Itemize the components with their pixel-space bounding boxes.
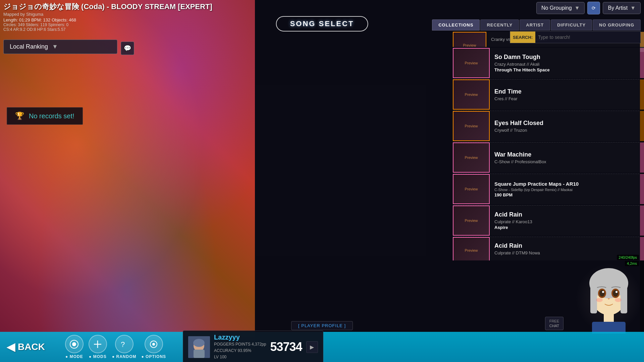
song-info-right: So Damn Tough Crazy Astronaut // Akali T…: [490, 48, 640, 78]
svg-point-11: [615, 298, 622, 302]
tab-collections[interactable]: COLLECTIONS: [432, 19, 480, 31]
tab-difficulty[interactable]: DIFFICULTY: [551, 19, 592, 31]
song-preview-thumbnail: Preview: [453, 48, 490, 78]
trophy-icon: 🏆: [15, 112, 24, 120]
chevron-down-icon: ▼: [575, 5, 580, 11]
accuracy-value: 93.95%: [238, 348, 252, 353]
sliders: Sliders: 119: [26, 22, 47, 27]
list-item[interactable]: Preview Eyes Half Closed Crywolf // Truz…: [453, 111, 644, 141]
svg-point-10: [596, 298, 603, 302]
tab-artist[interactable]: ARTIST: [520, 19, 550, 31]
by-artist-dropdown[interactable]: By Artist ▼: [603, 2, 641, 14]
anime-svg: [579, 266, 639, 334]
song-title: ジョジョの奇妙な冒険 (Coda) - BLOODY STREAM [EXPER…: [3, 2, 212, 12]
list-item[interactable]: Preview Square Jump Practice Maps - AR10…: [453, 174, 644, 204]
list-item[interactable]: Preview War Machine C-Show // Profession…: [453, 142, 644, 173]
song-preview-thumbnail: Preview: [453, 142, 490, 173]
mode-button[interactable]: ● MODE: [65, 335, 84, 359]
random-button[interactable]: ? ● RANDOM: [112, 335, 137, 359]
song-details: Length: 01:29 BPM: 132 Objects: 468: [3, 17, 212, 22]
song-info-panel: ジョジョの奇妙な冒険 (Coda) - BLOODY STREAM [EXPER…: [3, 2, 212, 32]
back-label: BACK: [18, 342, 45, 352]
ar-stat: AR:9.2: [13, 27, 25, 32]
player-avatar: [188, 336, 210, 358]
no-grouping-label: No Grouping: [541, 5, 572, 11]
options-label: ● OPTIONS: [141, 354, 166, 359]
song-meta: Crazy Astronaut // Akali: [494, 62, 635, 67]
svg-point-9: [615, 291, 618, 293]
song-meta: C-Show // ProfessionalBox: [494, 159, 635, 164]
chat-icon: 💬: [124, 45, 131, 52]
song-preview-thumbnail: Preview: [453, 111, 490, 141]
no-records-text: No records set!: [29, 112, 74, 120]
list-item[interactable]: Preview End Time Cres // Fear: [453, 79, 644, 110]
chat-button[interactable]: 💬: [121, 42, 134, 55]
player-profile-button[interactable]: [ PLAYER PROFILE ]: [291, 321, 353, 330]
objects: Objects: 468: [52, 17, 76, 22]
stars-stat: Stars:5.57: [47, 27, 66, 32]
local-ranking-label: Local Ranking: [10, 43, 48, 50]
svg-rect-24: [194, 350, 205, 358]
player-score-toggle[interactable]: ▶: [306, 341, 318, 353]
list-item[interactable]: Preview So Damn Tough Crazy Astronaut //…: [453, 48, 644, 78]
song-extra: 190 BPM: [494, 192, 635, 197]
chevron-down-icon-3: ▼: [52, 43, 58, 50]
mapped-by: Mapped by Shiguma: [3, 12, 212, 17]
song-preview-thumbnail: Preview: [453, 237, 490, 260]
song-preview-thumbnail: Preview: [453, 79, 490, 110]
mode-label: ● MODE: [65, 354, 83, 359]
fps-display: 240/240fps: [617, 255, 639, 260]
fps-value: 240: [619, 255, 625, 259]
song-name: Eyes Half Closed: [494, 120, 635, 127]
list-item[interactable]: Preview Acid Rain Culprate // Karoo13 As…: [453, 205, 644, 236]
chat-label: FREE: [549, 319, 559, 323]
song-meta: C-Show - Sideflip (tzp Despair Remix) //…: [494, 188, 635, 192]
svg-text:?: ?: [121, 340, 125, 349]
length: Length: 01:29: [3, 17, 30, 22]
song-name: Acid Rain: [494, 242, 635, 249]
song-preview-thumbnail: Preview: [453, 205, 490, 236]
search-input[interactable]: [535, 33, 640, 41]
song-meta: Culprate // Karoo13: [494, 219, 635, 224]
song-preview-thumbnail: Preview: [453, 32, 486, 47]
refresh-button[interactable]: ⟳: [587, 2, 600, 14]
song-name: War Machine: [494, 151, 635, 158]
options-button[interactable]: ● OPTIONS: [141, 335, 166, 359]
pp-label: POGGERS POINTS: [214, 342, 251, 347]
back-arrow-icon: ◀: [7, 341, 15, 353]
song-info-right: End Time Cres // Fear: [490, 79, 640, 110]
player-stats: POGGERS POINTS 4,372pp ACCURACY 93.95% L…: [214, 341, 266, 361]
song-meta: Cres // Fear: [494, 96, 635, 101]
player-details: Lazzyyy POGGERS POINTS 4,372pp ACCURACY …: [214, 334, 266, 361]
level-label: LV: [214, 355, 219, 359]
local-ranking-dropdown[interactable]: Local Ranking ▼: [3, 40, 117, 54]
tab-bar: COLLECTIONS RECENTLY ARTIST DIFFICULTY N…: [432, 19, 641, 31]
svg-rect-2: [590, 283, 597, 313]
level-value: 100: [220, 355, 226, 359]
song-select-title: SONG SELECT: [276, 16, 368, 32]
song-meta: Culprate // DTM9 Nowa: [494, 250, 635, 255]
svg-point-8: [602, 291, 604, 293]
song-info-right: Eyes Half Closed Crywolf // Truzon: [490, 111, 640, 141]
svg-rect-3: [621, 283, 627, 313]
player-panel: Lazzyyy POGGERS POINTS 4,372pp ACCURACY …: [183, 330, 323, 362]
hp-stat: HP:6: [37, 27, 46, 32]
search-label: SEARCH:: [510, 32, 535, 43]
back-button[interactable]: ◀ BACK: [7, 341, 45, 353]
spinners: Spinners: 0: [48, 22, 68, 27]
svg-point-6: [599, 290, 605, 297]
tab-no-grouping[interactable]: NO GROUPING: [593, 19, 641, 31]
mods-button[interactable]: ● MODS: [89, 335, 107, 359]
svg-point-7: [613, 290, 618, 297]
local-ranking-section: Local Ranking ▼: [3, 40, 117, 54]
no-grouping-dropdown[interactable]: No Grouping ▼: [536, 2, 585, 14]
pp-value: 4,372pp: [252, 342, 266, 347]
player-name: Lazzyyy: [214, 334, 266, 341]
od-stat: OD:8: [26, 27, 36, 32]
tab-recently[interactable]: RECENTLY: [480, 19, 519, 31]
song-info-right: Square Jump Practice Maps - AR10 C-Show …: [490, 174, 640, 204]
cs-stat: CS:4: [3, 27, 12, 32]
free-chat-button[interactable]: FREE CHAT: [545, 317, 564, 330]
song-cs-details: Circles: 349 Sliders: 119 Spinners: 0: [3, 22, 212, 27]
list-item[interactable]: Preview Acid Rain Culprate // DTM9 Nowa: [453, 237, 644, 260]
